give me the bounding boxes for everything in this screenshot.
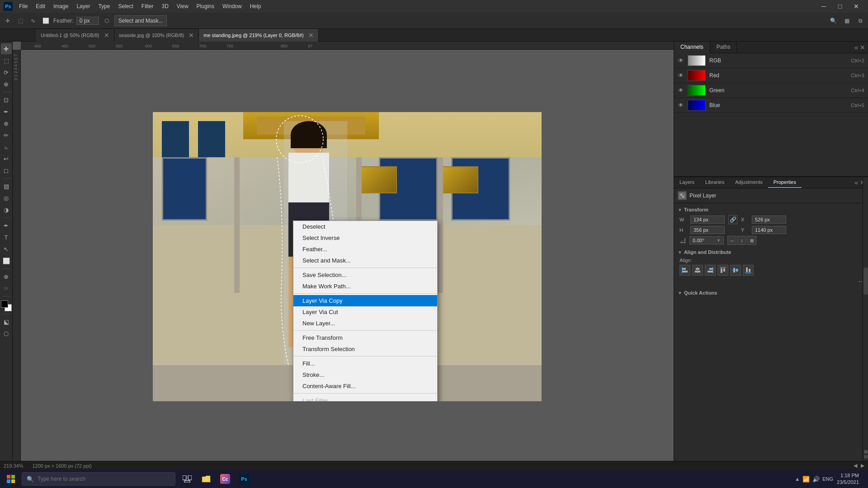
ctx-make-work-path[interactable]: Make Work Path... xyxy=(293,281,437,292)
tab-adjustments[interactable]: Adjustments xyxy=(730,177,768,188)
align-left-btn[interactable] xyxy=(679,265,690,276)
crop-tool[interactable]: ⊡ xyxy=(1,94,12,105)
angle-value[interactable]: 0.00° ▼ xyxy=(689,236,724,244)
channel-blue-eye[interactable]: 👁 xyxy=(678,102,684,108)
align-center-v-btn[interactable] xyxy=(730,265,741,276)
menu-select[interactable]: Select xyxy=(114,2,137,10)
menu-type[interactable]: Type xyxy=(94,2,113,10)
channels-collapse[interactable]: « xyxy=(854,44,858,51)
menu-file[interactable]: File xyxy=(15,2,31,10)
align-header[interactable]: ▼ Align and Distribute xyxy=(678,249,864,255)
align-right-btn[interactable] xyxy=(705,265,716,276)
eyedropper-tool[interactable]: ✒ xyxy=(1,106,12,117)
move-tool[interactable]: ✛ xyxy=(1,43,12,54)
tab-layers[interactable]: Layers xyxy=(674,177,700,188)
history-brush-tool[interactable]: ↩ xyxy=(1,153,12,164)
blur-tool[interactable]: ◎ xyxy=(1,192,12,203)
dodge-tool[interactable]: ◑ xyxy=(1,204,12,215)
taskbar-photoshop-btn[interactable]: Ps xyxy=(236,471,252,487)
channel-red-eye[interactable]: 👁 xyxy=(678,72,684,79)
taskbar-search-input[interactable] xyxy=(38,476,170,482)
channel-red-row[interactable]: 👁 Red Ctrl+3 xyxy=(674,68,868,83)
gradient-tool[interactable]: ▨ xyxy=(1,181,12,192)
channel-rgb-row[interactable]: 👁 RGB Ctrl+2 xyxy=(674,53,868,68)
ctx-select-inverse[interactable]: Select Inverse xyxy=(293,232,437,244)
minimize-button[interactable]: ─ xyxy=(816,0,832,13)
align-center-h-btn[interactable] xyxy=(692,265,703,276)
tab-me-standing[interactable]: me standing.jpeg @ 219% (Layer 0, RGB/8#… xyxy=(199,29,319,42)
system-clock[interactable]: 1:18 PM 23/5/2021 xyxy=(837,472,859,486)
quick-actions-header[interactable]: ▼ Quick Actions xyxy=(678,290,864,296)
feather-input[interactable] xyxy=(76,17,99,25)
tab-properties[interactable]: Properties xyxy=(768,177,802,188)
status-nav-right[interactable]: ▶ xyxy=(861,463,864,469)
ctx-layer-via-cut[interactable]: Layer Via Cut xyxy=(293,306,437,318)
tab-me-standing-close[interactable]: ✕ xyxy=(308,32,314,39)
screen-mode-btn[interactable]: ⬡ xyxy=(1,328,12,339)
menu-filter[interactable]: Filter xyxy=(138,2,157,10)
taskbar-file-explorer-btn[interactable] xyxy=(198,471,214,487)
menu-layer[interactable]: Layer xyxy=(73,2,94,10)
tray-volume-icon[interactable]: 🔊 xyxy=(812,476,820,483)
transform-header[interactable]: ▼ Transform xyxy=(678,207,864,212)
windows-start-button[interactable] xyxy=(4,472,18,486)
ctx-select-mask[interactable]: Select and Mask... xyxy=(293,255,437,266)
properties-collapse[interactable]: « xyxy=(854,179,858,186)
align-top-btn[interactable] xyxy=(717,265,728,276)
taskbar-search-box[interactable]: 🔍 xyxy=(22,472,175,486)
ctx-transform-selection[interactable]: Transform Selection xyxy=(293,343,437,355)
flip-v-btn[interactable]: ↕ xyxy=(737,236,746,245)
tray-up-arrow[interactable]: ▲ xyxy=(795,476,800,482)
notification-area[interactable] xyxy=(863,472,864,486)
search-icon[interactable]: 🔍 xyxy=(828,16,838,26)
shape-tool[interactable]: ⬜ xyxy=(1,255,12,266)
taskbar-creative-cloud-btn[interactable]: Cc xyxy=(217,471,233,487)
clone-stamp-tool[interactable]: ⎁ xyxy=(1,141,12,152)
menu-image[interactable]: Image xyxy=(50,2,72,10)
ctx-deselect[interactable]: Deselect xyxy=(293,221,437,232)
ctx-stroke[interactable]: Stroke... xyxy=(293,369,437,380)
workspace-icon[interactable]: ▦ xyxy=(842,16,852,26)
text-tool[interactable]: T xyxy=(1,232,12,243)
channel-green-row[interactable]: 👁 Green Ctrl+4 xyxy=(674,83,868,98)
channel-blue-row[interactable]: 👁 Blue Ctrl+5 xyxy=(674,98,868,113)
pen-tool[interactable]: ✒ xyxy=(1,220,12,231)
tab-libraries[interactable]: Libraries xyxy=(700,177,730,188)
menu-window[interactable]: Window xyxy=(219,2,245,10)
menu-help[interactable]: Help xyxy=(246,2,265,10)
maximize-button[interactable]: □ xyxy=(832,0,848,13)
link-wh-icon[interactable]: 🔗 xyxy=(728,215,737,224)
refine-edge-icon[interactable]: ⬡ xyxy=(102,16,112,26)
channel-green-eye[interactable]: 👁 xyxy=(678,87,684,94)
y-value[interactable]: 1140 px xyxy=(752,226,786,234)
ctx-fill[interactable]: Fill... xyxy=(293,358,437,369)
tab-paths[interactable]: Paths xyxy=(710,42,737,53)
path-select-tool[interactable]: ↖ xyxy=(1,244,12,254)
taskbar-task-view-btn[interactable] xyxy=(179,471,195,487)
ctx-new-layer[interactable]: New Layer... xyxy=(293,318,437,329)
arrange-icon[interactable]: ⧉ xyxy=(855,16,865,26)
hand-tool[interactable]: ☞ xyxy=(1,283,12,294)
channels-menu[interactable]: ✕ xyxy=(860,44,865,51)
ctx-feather[interactable]: Feather... xyxy=(293,244,437,255)
flip-h-btn[interactable]: ↔ xyxy=(727,236,736,245)
ctx-free-transform[interactable]: Free Transform xyxy=(293,332,437,343)
w-value[interactable]: 134 px xyxy=(690,216,725,224)
tray-network-icon[interactable]: 📶 xyxy=(802,476,810,483)
x-value[interactable]: 526 px xyxy=(752,216,786,224)
channel-rgb-eye[interactable]: 👁 xyxy=(678,57,684,64)
vscroll-thumb[interactable] xyxy=(863,267,868,295)
tab-seaside[interactable]: seaside.jpg @ 100% (RGB/8) ✕ xyxy=(114,29,199,42)
tab-untitled[interactable]: Untitled-1 @ 50% (RGB/8) ✕ xyxy=(36,29,114,42)
quick-mask-btn[interactable]: ⬕ xyxy=(1,316,12,327)
menu-3d[interactable]: 3D xyxy=(158,2,172,10)
select-mask-button[interactable]: Select and Mask... xyxy=(114,15,167,26)
rectangular-select-tool[interactable]: ⬚ xyxy=(1,55,12,66)
quick-select-tool[interactable]: ⊕ xyxy=(1,79,12,89)
h-value[interactable]: 356 px xyxy=(690,226,725,234)
status-nav-left[interactable]: ◀ xyxy=(854,463,857,469)
menu-view[interactable]: View xyxy=(173,2,192,10)
menu-plugins[interactable]: Plugins xyxy=(193,2,218,10)
zoom-tool[interactable]: ⊕ xyxy=(1,271,12,282)
healing-brush-tool[interactable]: ⊗ xyxy=(1,118,12,129)
